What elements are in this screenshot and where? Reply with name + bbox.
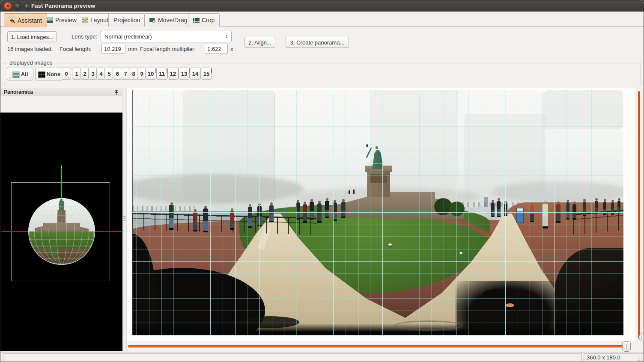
layout-icon xyxy=(82,18,88,23)
group-legend: displayed images xyxy=(8,59,54,66)
panosphere-preview xyxy=(0,113,122,351)
vendor-cart xyxy=(516,208,524,223)
person xyxy=(543,204,548,228)
tab-label: Move/Drag xyxy=(158,17,187,24)
person xyxy=(248,207,252,228)
resize-grip[interactable] xyxy=(636,355,642,361)
titlebar[interactable]: ✕ – Fast Panorama preview xyxy=(0,0,644,12)
minimize-icon[interactable]: – xyxy=(14,2,21,10)
person xyxy=(169,205,174,230)
tab-projection[interactable]: Projection xyxy=(108,13,145,27)
tab-move-drag[interactable]: Move/Drag xyxy=(144,13,192,27)
preview-icon: GL xyxy=(47,18,53,23)
preview-area xyxy=(127,88,635,351)
yaw-slider-handle[interactable] xyxy=(622,341,631,352)
panosphere-canvas[interactable] xyxy=(0,113,122,351)
lens-ghost-ring xyxy=(394,320,463,331)
person xyxy=(317,203,322,223)
person xyxy=(566,202,569,220)
seagull xyxy=(388,243,392,246)
person xyxy=(296,202,300,220)
person xyxy=(504,203,507,216)
focal-length-input[interactable] xyxy=(101,44,125,54)
crop-icon xyxy=(193,18,200,23)
image-toggle-0[interactable]: 0 xyxy=(62,68,71,80)
person xyxy=(269,205,274,222)
multiplier-unit: x xyxy=(230,46,233,52)
people-layer xyxy=(132,90,623,335)
maximize-icon[interactable] xyxy=(24,2,31,10)
person xyxy=(603,202,606,215)
close-icon[interactable]: ✕ xyxy=(4,2,12,10)
person xyxy=(583,202,586,216)
pitch-slider-track[interactable] xyxy=(638,91,640,338)
image-toggle-10[interactable]: 10 xyxy=(145,68,156,80)
person xyxy=(595,201,598,214)
panorama-viewport[interactable] xyxy=(132,90,623,335)
multiplier-input[interactable] xyxy=(205,44,228,54)
all-images-icon xyxy=(12,71,20,78)
all-label: All xyxy=(21,71,28,77)
tab-label: Crop xyxy=(202,17,215,24)
person xyxy=(491,202,495,217)
status-bar: 360.0 x 180.0 xyxy=(0,352,644,362)
focal-length-unit: mm xyxy=(128,46,137,52)
person xyxy=(341,202,346,218)
panel-mode-row: Mode: Panosphere ▲▼ xyxy=(0,96,122,113)
load-images-button[interactable]: 1. Load images... xyxy=(7,31,57,42)
assistant-icon xyxy=(9,18,15,24)
person xyxy=(257,206,262,226)
lens-type-select[interactable]: Normal (rectilinear) ▲▼ xyxy=(101,31,232,42)
image-toggle-14[interactable]: 14 xyxy=(190,68,201,80)
tab-crop[interactable]: Crop xyxy=(188,13,220,27)
panel-title: Panoramica xyxy=(4,89,33,95)
person xyxy=(611,202,614,215)
person xyxy=(310,202,314,220)
lens-type-label: Lens type: xyxy=(72,33,97,40)
pano-left-edge xyxy=(132,90,133,335)
no-images-icon xyxy=(38,71,45,78)
image-toggle-15[interactable]: 15 xyxy=(201,68,212,80)
person xyxy=(325,201,329,218)
bottom-vignette xyxy=(132,323,623,335)
pano-size-text: 360.0 x 180.0 xyxy=(587,354,620,361)
image-toggle-11[interactable]: 11 xyxy=(156,68,167,80)
person xyxy=(193,212,197,231)
displayed-images-group: displayed images All None 0 1 2 3 4 5 6 … xyxy=(4,63,641,85)
pitch-slider[interactable] xyxy=(635,88,644,351)
window-title: Fast Panorama preview xyxy=(31,3,95,9)
create-panorama-button[interactable]: 3. Create panorama... xyxy=(286,37,349,48)
none-label: None xyxy=(47,71,61,77)
tab-label: Preview xyxy=(55,17,77,24)
image-toggle-13[interactable]: 13 xyxy=(179,68,190,80)
app-window: ✕ – Fast Panorama preview Assistant GL P… xyxy=(0,0,644,362)
yaw-slider[interactable] xyxy=(127,341,644,352)
svg-text:GL: GL xyxy=(48,18,51,21)
image-toggle-12[interactable]: 12 xyxy=(167,68,179,80)
person xyxy=(572,204,576,220)
focal-length-label: Focal length: xyxy=(60,46,91,52)
tab-preview[interactable]: GL Preview xyxy=(42,13,82,27)
person xyxy=(333,202,337,221)
show-all-button[interactable]: All xyxy=(7,68,33,80)
person xyxy=(497,201,501,217)
tab-assistant[interactable]: Assistant xyxy=(4,13,47,27)
align-button[interactable]: 2. Align... xyxy=(244,37,275,48)
panel-header: Panoramica xyxy=(0,88,122,96)
person xyxy=(556,204,561,223)
tab-label: Assistant xyxy=(18,17,42,24)
spinner-arrows-icon[interactable]: ▲▼ xyxy=(222,31,231,42)
pin-icon[interactable] xyxy=(114,89,119,95)
person xyxy=(230,211,234,230)
lens-type-value: Normal (rectilinear) xyxy=(101,33,222,40)
panel-splitter[interactable] xyxy=(122,88,127,351)
tab-bar: Assistant GL Preview Layout Projection M… xyxy=(0,12,644,27)
seagull xyxy=(459,252,462,254)
yaw-slider-track[interactable] xyxy=(128,345,625,347)
tab-label: Projection xyxy=(113,17,140,24)
person xyxy=(303,204,307,223)
person xyxy=(203,208,208,232)
status-message-field xyxy=(3,353,582,362)
person xyxy=(617,201,620,213)
show-none-button[interactable]: None xyxy=(35,68,63,80)
